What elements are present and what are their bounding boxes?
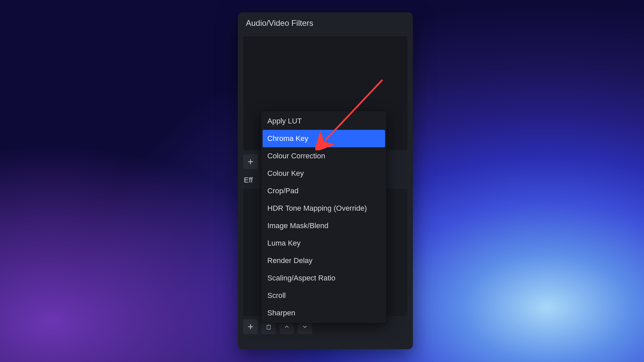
svg-rect-4 [267, 325, 270, 329]
menu-item-chroma-key[interactable]: Chroma Key [263, 130, 385, 147]
menu-item-apply-lut[interactable]: Apply LUT [263, 112, 385, 130]
menu-item-luma-key[interactable]: Luma Key [263, 235, 385, 252]
menu-item-hdr-tone-mapping-override[interactable]: HDR Tone Mapping (Override) [263, 200, 385, 217]
menu-item-scaling-aspect-ratio[interactable]: Scaling/Aspect Ratio [263, 269, 385, 287]
plus-icon [247, 323, 254, 330]
menu-item-crop-pad[interactable]: Crop/Pad [263, 182, 385, 200]
menu-item-image-mask-blend[interactable]: Image Mask/Blend [263, 217, 385, 235]
menu-item-sharpen[interactable]: Sharpen [263, 304, 385, 322]
chevron-down-icon [302, 323, 308, 330]
menu-item-colour-correction[interactable]: Colour Correction [263, 147, 385, 165]
menu-item-render-delay[interactable]: Render Delay [263, 252, 385, 269]
add-audio-filter-button[interactable] [243, 154, 258, 169]
panel-title: Audio/Video Filters [238, 12, 413, 33]
filter-type-menu[interactable]: Apply LUTChroma KeyColour CorrectionColo… [261, 111, 387, 323]
plus-icon [247, 158, 254, 165]
chevron-up-icon [283, 323, 290, 330]
add-effect-filter-button[interactable] [243, 319, 258, 334]
trash-icon [265, 323, 272, 330]
menu-item-scroll[interactable]: Scroll [263, 287, 385, 304]
menu-item-colour-key[interactable]: Colour Key [263, 165, 385, 182]
